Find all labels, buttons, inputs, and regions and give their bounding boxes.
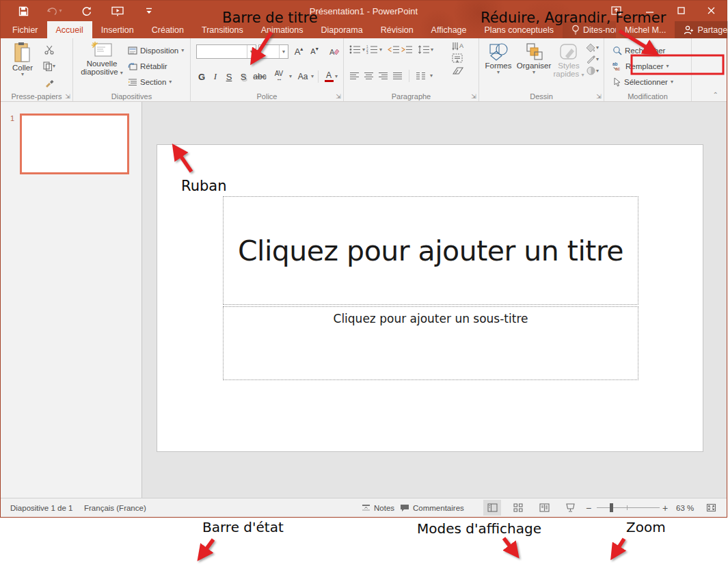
font-color-button[interactable]: A: [323, 71, 335, 82]
text-direction-button[interactable]: A: [452, 42, 464, 52]
repeat-button[interactable]: [79, 3, 94, 18]
arrange-dropdown-icon: ▾: [532, 70, 535, 75]
maximize-button[interactable]: [666, 1, 695, 21]
quick-styles-button[interactable]: Styles rapides ▾: [553, 42, 584, 78]
replace-button[interactable]: abac Remplacer▾: [612, 58, 673, 74]
font-name-dropdown-icon: ▼: [247, 45, 256, 58]
find-button[interactable]: Rechercher: [612, 42, 673, 58]
font-size-combo[interactable]: ▼: [258, 44, 288, 59]
shape-outline-button[interactable]: ▾: [586, 55, 599, 64]
text-shadow-button[interactable]: S: [236, 72, 251, 82]
tab-accueil[interactable]: Accueil: [47, 21, 92, 38]
reading-view-button[interactable]: [535, 500, 553, 516]
underline-button[interactable]: S: [222, 72, 236, 82]
zoom-slider-thumb[interactable]: [610, 503, 613, 512]
decrease-font-button[interactable]: A▾: [307, 44, 322, 59]
tab-revision[interactable]: Révision: [372, 21, 422, 38]
tab-fichier[interactable]: Fichier: [3, 21, 47, 38]
notes-icon: [362, 504, 370, 511]
shape-effects-button[interactable]: ▾: [586, 66, 599, 75]
arrange-button[interactable]: Organiser ▾: [515, 42, 552, 75]
drawing-dialog-launcher[interactable]: ⇲: [595, 93, 602, 100]
slide-sorter-view-button[interactable]: [509, 500, 527, 516]
copy-button[interactable]: ▾: [40, 59, 58, 73]
zoom-level[interactable]: 63 %: [676, 498, 694, 517]
increase-font-button[interactable]: A▴: [291, 44, 306, 59]
zoom-in-button[interactable]: +: [662, 498, 668, 517]
comments-button[interactable]: Commentaires: [400, 498, 464, 517]
slide-canvas[interactable]: Cliquez pour ajouter un titre Cliquez po…: [157, 144, 703, 452]
bold-button[interactable]: G: [195, 72, 208, 82]
undo-icon: [47, 6, 59, 16]
zoom-out-button[interactable]: −: [586, 498, 591, 517]
align-text-button[interactable]: [452, 53, 464, 64]
shapes-icon: [487, 42, 509, 62]
slide-thumbnail[interactable]: [20, 114, 129, 174]
increase-indent-button[interactable]: [401, 45, 412, 54]
shape-fill-button[interactable]: ▾: [586, 43, 599, 52]
tab-diaporama[interactable]: Diaporama: [312, 21, 372, 38]
share-person-icon: [684, 25, 694, 35]
slide-thumbnail-number: 1: [10, 114, 14, 122]
format-painter-button[interactable]: [40, 75, 58, 90]
align-left-icon: [349, 72, 360, 80]
line-spacing-icon: [418, 45, 429, 54]
clipboard-dialog-launcher[interactable]: ⇲: [64, 93, 71, 100]
cut-button[interactable]: [40, 42, 58, 57]
tab-creation[interactable]: Création: [143, 21, 193, 38]
collapse-ribbon-button[interactable]: ⌃: [713, 91, 718, 98]
columns-button[interactable]: [416, 72, 426, 80]
customize-qat-button[interactable]: [141, 3, 157, 18]
convert-smartart-button[interactable]: [452, 65, 464, 75]
group-slides: Nouvelle diapositive ▾ Disposition▾ Réta…: [73, 38, 191, 101]
slideshow-view-button[interactable]: [561, 500, 579, 516]
fit-slide-to-window-button[interactable]: [702, 500, 720, 516]
strikethrough-button[interactable]: abc: [251, 72, 269, 81]
font-name-combo[interactable]: ▼: [196, 44, 256, 59]
language-indicator[interactable]: Français (France): [84, 498, 146, 517]
paragraph-dialog-launcher[interactable]: ⇲: [470, 93, 477, 100]
arrow-status-bar: [202, 539, 213, 555]
zoom-slider-center-tick: [627, 505, 628, 510]
notes-button[interactable]: Notes: [362, 498, 394, 517]
font-dialog-launcher[interactable]: ⇲: [335, 93, 342, 100]
decrease-indent-button[interactable]: [388, 45, 399, 54]
italic-button[interactable]: I: [208, 71, 222, 82]
align-center-button[interactable]: [364, 72, 374, 80]
paste-button[interactable]: Coller ▾: [8, 42, 38, 77]
svg-text:ac: ac: [615, 66, 621, 70]
justify-icon: [392, 72, 403, 80]
zoom-slider-track[interactable]: [597, 507, 660, 508]
share-button[interactable]: Partager: [675, 21, 728, 38]
section-icon: [128, 78, 137, 86]
tab-insertion[interactable]: Insertion: [92, 21, 143, 38]
arrange-icon: [524, 42, 543, 62]
new-slide-button[interactable]: Nouvelle diapositive ▾: [80, 41, 124, 76]
shapes-button[interactable]: Formes ▾: [483, 42, 514, 75]
align-left-button[interactable]: [349, 72, 360, 80]
character-spacing-button[interactable]: AV ↔: [269, 71, 289, 81]
subtitle-placeholder[interactable]: Cliquez pour ajouter un sous-titre: [223, 306, 638, 380]
notes-label: Notes: [374, 504, 394, 512]
reset-button[interactable]: Rétablir: [128, 58, 184, 74]
undo-button[interactable]: ▾: [47, 3, 62, 18]
normal-view-button[interactable]: [483, 500, 501, 516]
close-button[interactable]: [697, 1, 725, 21]
start-slideshow-button[interactable]: [110, 3, 125, 18]
section-button[interactable]: Section▾: [128, 74, 184, 90]
align-right-button[interactable]: [378, 72, 388, 80]
save-button[interactable]: [16, 3, 31, 18]
clear-formatting-button[interactable]: A: [326, 44, 342, 59]
find-icon: [612, 46, 622, 55]
line-spacing-button[interactable]: [418, 45, 429, 54]
bullets-button[interactable]: [349, 45, 361, 54]
title-placeholder[interactable]: Cliquez pour ajouter un titre: [223, 196, 638, 305]
layout-button[interactable]: Disposition▾: [128, 42, 184, 58]
annotation-ribbon: Ruban: [181, 178, 226, 194]
tab-affichage[interactable]: Affichage: [422, 21, 476, 38]
copy-dropdown-icon: ▾: [53, 64, 55, 69]
select-button[interactable]: Sélectionner▾: [612, 74, 673, 90]
change-case-button[interactable]: Aa: [295, 72, 311, 81]
numbering-button[interactable]: 123: [366, 45, 378, 54]
justify-button[interactable]: [392, 72, 403, 80]
